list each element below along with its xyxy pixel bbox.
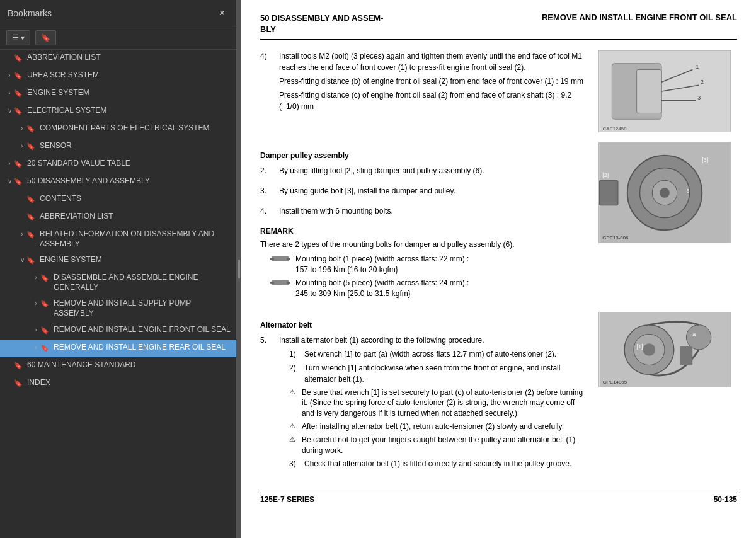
bookmark-icon: 🔖: [26, 195, 37, 203]
step4b-content: Install them with 6 mounting bolts.: [279, 205, 588, 219]
svg-text:2: 2: [701, 79, 704, 86]
expand-arrow[interactable]: ›: [5, 71, 14, 79]
bolt1-text: Mounting bolt (1 piece) (width across fl…: [295, 254, 469, 275]
warn1-text: Be sure that wrench [1] is set securely …: [302, 387, 588, 419]
sidebar-item-component-parts[interactable]: ›🔖COMPONENT PARTS OF ELECTRICAL SYSTEM: [0, 120, 236, 138]
bookmark-icon: 🔖: [26, 212, 37, 221]
expand-arrow[interactable]: ›: [18, 142, 26, 150]
expand-arrow[interactable]: ∨: [5, 177, 14, 185]
svg-text:6: 6: [687, 188, 690, 194]
sidebar-item-maintenance-standard[interactable]: 🔖60 MAINTENANCE STANDARD: [0, 357, 236, 375]
doc-header-right: REMOVE AND INSTALL ENGINE FRONT OIL SEAL: [542, 13, 737, 22]
tree-item-label-engine-system-2: ENGINE SYSTEM: [40, 255, 231, 265]
expand-arrow[interactable]: ∨: [5, 106, 14, 115]
svg-rect-12: [287, 258, 290, 260]
sub3-num: 3): [289, 458, 299, 469]
doc-header-left: 50 DISASSEMBLY AND ASSEM- BLY: [260, 13, 384, 35]
sidebar-item-engine-system-2[interactable]: ∨🔖ENGINE SYSTEM: [0, 252, 236, 270]
sidebar-item-contents[interactable]: 🔖CONTENTS: [0, 191, 236, 209]
tree-item-label-abbreviation-list: ABBREVIATION LIST: [27, 53, 231, 63]
sidebar-item-disassemble-engine[interactable]: ›🔖DISASSEMBLE AND ASSEMBLE ENGINE GENERA…: [0, 270, 236, 295]
close-button[interactable]: ×: [215, 6, 229, 20]
bookmark-view-button[interactable]: 🔖: [35, 30, 56, 45]
expand-arrow[interactable]: ›: [32, 273, 40, 282]
sidebar-item-standard-value-table[interactable]: ›🔖20 STANDARD VALUE TABLE: [0, 156, 236, 173]
bolt1-item: Mounting bolt (1 piece) (width across fl…: [260, 254, 588, 275]
sidebar-item-sensor[interactable]: ›🔖SENSOR: [0, 138, 236, 156]
expand-arrow[interactable]: ›: [32, 343, 40, 352]
bookmark-icon: 🔖: [26, 230, 37, 239]
damper-title: Damper pulley assembly: [260, 150, 588, 161]
tree-item-label-front-oil-seal: REMOVE AND INSTALL ENGINE FRONT OIL SEAL: [54, 325, 231, 335]
damper-text-col: Damper pulley assembly 2. By using lifti…: [260, 142, 588, 301]
tree-item-label-engine-system-1: ENGINE SYSTEM: [27, 88, 231, 98]
sidebar-item-index[interactable]: 🔖INDEX: [0, 375, 236, 392]
warn3-text: Be careful not to get your fingers caugh…: [302, 435, 588, 456]
svg-rect-31: [680, 346, 693, 365]
sidebar-splitter[interactable]: [236, 0, 241, 538]
tree-item-label-disassembly-assembly: 50 DISASSEMBLY AND ASSEMBLY: [27, 176, 231, 186]
sidebar-item-electrical-system[interactable]: ∨🔖ELECTRICAL SYSTEM: [0, 103, 236, 120]
bookmark-icon: 🔖: [14, 89, 24, 98]
damper-image: [2] [3] 6 GPE13-006: [598, 142, 731, 243]
step2-content: By using lifting tool [2], sling damper …: [279, 165, 588, 179]
list-view-button[interactable]: ☰ ▾: [6, 30, 30, 45]
alternator-title: Alternator belt: [260, 319, 588, 331]
bolt2-text: Mounting bolt (5 piece) (width across fl…: [295, 278, 469, 299]
warning2-icon: ⚠: [289, 421, 298, 432]
step4-content: Install tools M2 (bolt) (3 pieces) again…: [279, 50, 588, 115]
sidebar-item-front-oil-seal[interactable]: ›🔖REMOVE AND INSTALL ENGINE FRONT OIL SE…: [0, 322, 236, 340]
expand-arrow[interactable]: ∨: [18, 256, 26, 264]
expand-arrow[interactable]: ›: [18, 230, 26, 238]
sidebar-item-disassembly-assembly[interactable]: ∨🔖50 DISASSEMBLY AND ASSEMBLY: [0, 173, 236, 191]
sidebar-item-urea-scr-system[interactable]: ›🔖UREA SCR SYSTEM: [0, 67, 236, 85]
bolt2-item: Mounting bolt (5 piece) (width across fl…: [260, 278, 588, 299]
sidebar: Bookmarks × ☰ ▾ 🔖 🔖ABBREVIATION LIST›🔖UR…: [0, 0, 236, 538]
svg-rect-13: [272, 280, 289, 285]
svg-rect-2: [637, 70, 662, 113]
sidebar-item-abbreviation-list[interactable]: 🔖ABBREVIATION LIST: [0, 50, 236, 67]
svg-text:GPE14065: GPE14065: [603, 379, 627, 385]
sub1-text: Set wrench [1] to part (a) (width across…: [304, 348, 556, 360]
svg-point-29: [643, 343, 656, 356]
tree-item-label-rear-oil-seal: REMOVE AND INSTALL ENGINE REAR OIL SEAL: [54, 343, 231, 353]
step5-num: 5.: [260, 335, 273, 472]
svg-text:GPE13-006: GPE13-006: [602, 235, 629, 241]
tree-item-label-disassemble-engine: DISASSEMBLE AND ASSEMBLE ENGINE GENERALL…: [54, 273, 231, 292]
step4-image: 1 2 3 CAE12450: [598, 50, 731, 132]
alternator-text-col: Alternator belt 5. Install alternator be…: [260, 312, 588, 479]
sidebar-item-related-info[interactable]: ›🔖RELATED INFORMATION ON DISASSEMBLY AND…: [0, 226, 236, 252]
doc-footer: 125E-7 SERIES 50-135: [260, 491, 737, 504]
expand-arrow[interactable]: ›: [32, 326, 40, 334]
step5-block: 5. Install alternator belt (1) according…: [260, 335, 588, 472]
step4b-num: 4.: [260, 205, 273, 219]
svg-point-30: [686, 324, 711, 349]
svg-point-20: [660, 188, 670, 198]
bookmark-icon: 🔖: [14, 106, 24, 115]
sidebar-item-abbreviation-list-2[interactable]: 🔖ABBREVIATION LIST: [0, 209, 236, 226]
sidebar-title: Bookmarks: [8, 8, 52, 18]
step4-section: 4) Install tools M2 (bolt) (3 pieces) ag…: [260, 50, 737, 132]
splitter-handle: [238, 260, 240, 278]
expand-arrow[interactable]: ›: [32, 299, 40, 307]
tree-item-label-maintenance-standard: 60 MAINTENANCE STANDARD: [27, 360, 231, 370]
sidebar-item-rear-oil-seal[interactable]: ›🔖REMOVE AND INSTALL ENGINE REAR OIL SEA…: [0, 340, 236, 357]
sub3-step: 3) Check that alternator belt (1) is fit…: [279, 458, 588, 469]
sidebar-toolbar: ☰ ▾ 🔖: [0, 26, 236, 50]
bolt1-icon: [270, 254, 290, 275]
expand-arrow[interactable]: ›: [5, 89, 14, 97]
sub2-text: Turn wrench [1] anticlockwise when seen …: [304, 362, 588, 385]
alternator-section: Alternator belt 5. Install alternator be…: [260, 312, 737, 479]
svg-rect-11: [270, 258, 274, 260]
svg-rect-14: [270, 282, 274, 284]
damper-section: Damper pulley assembly 2. By using lifti…: [260, 142, 737, 301]
svg-rect-21: [599, 181, 618, 206]
bookmark-icon: 🔖: [14, 71, 24, 80]
step4-text-col: 4) Install tools M2 (bolt) (3 pieces) ag…: [260, 50, 588, 121]
list-icon: ☰: [12, 33, 19, 42]
tree-item-label-related-info: RELATED INFORMATION ON DISASSEMBLY AND A…: [40, 229, 231, 249]
expand-arrow[interactable]: ›: [18, 124, 26, 132]
sidebar-item-engine-system-1[interactable]: ›🔖ENGINE SYSTEM: [0, 85, 236, 103]
sidebar-item-supply-pump[interactable]: ›🔖REMOVE AND INSTALL SUPPLY PUMP ASSEMBL…: [0, 295, 236, 321]
expand-arrow[interactable]: ›: [5, 159, 14, 168]
